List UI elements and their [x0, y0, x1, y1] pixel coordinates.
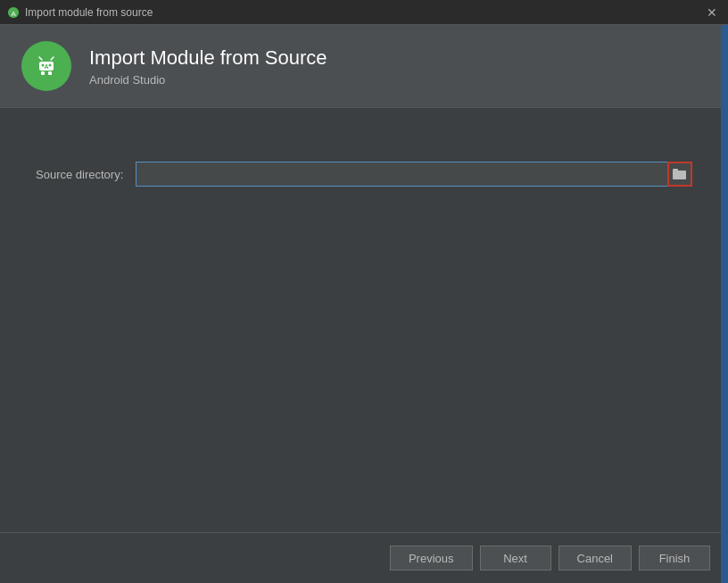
source-directory-input-wrapper	[136, 162, 692, 187]
next-button[interactable]: Next	[480, 546, 551, 571]
dialog-window: A Import module from source ✕	[0, 0, 728, 583]
source-directory-label: Source directory:	[36, 168, 125, 181]
svg-text:A: A	[11, 9, 16, 17]
svg-rect-12	[673, 169, 678, 171]
svg-point-5	[49, 64, 52, 67]
side-strip	[721, 25, 728, 583]
title-bar-label: Import module from source	[25, 6, 153, 19]
title-bar-icon: A	[7, 6, 20, 19]
folder-icon	[673, 168, 687, 180]
source-directory-input[interactable]	[136, 162, 667, 187]
content-area: Source directory:	[0, 108, 728, 583]
header-title: Import Module from Source	[89, 46, 327, 70]
svg-rect-8	[41, 71, 45, 75]
android-logo: A	[21, 41, 71, 91]
header-text: Import Module from Source Android Studio	[89, 46, 327, 87]
title-bar-text: A Import module from source	[7, 6, 153, 19]
svg-rect-9	[48, 71, 52, 75]
cancel-button[interactable]: Cancel	[558, 546, 632, 571]
form-row: Source directory:	[36, 162, 692, 187]
footer: Previous Next Cancel Finish	[0, 532, 728, 583]
header-section: A Import Module from Source Android Stud…	[0, 25, 728, 108]
browse-button[interactable]	[667, 162, 692, 187]
finish-button[interactable]: Finish	[639, 546, 710, 571]
previous-button[interactable]: Previous	[390, 546, 473, 571]
svg-rect-11	[673, 171, 686, 179]
main-content: A Import Module from Source Android Stud…	[0, 25, 728, 583]
svg-text:A: A	[44, 63, 48, 70]
title-bar: A Import module from source ✕	[0, 0, 728, 25]
android-studio-logo-icon: A	[30, 50, 62, 82]
header-subtitle: Android Studio	[89, 73, 327, 87]
close-button[interactable]: ✕	[703, 4, 721, 21]
